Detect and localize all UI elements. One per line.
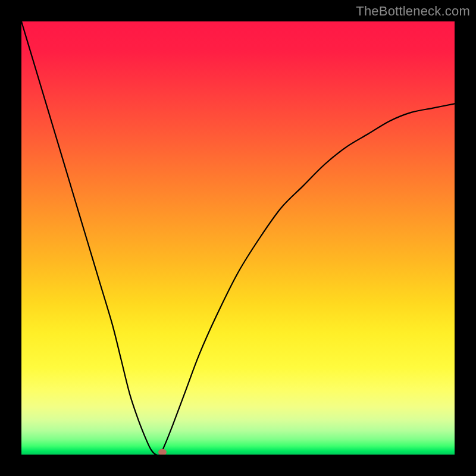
bottleneck-curve [21,21,455,455]
bottleneck-marker [158,449,167,455]
watermark-text: TheBottleneck.com [356,4,470,19]
plot-area [21,21,455,455]
chart-container: TheBottleneck.com [0,0,476,476]
